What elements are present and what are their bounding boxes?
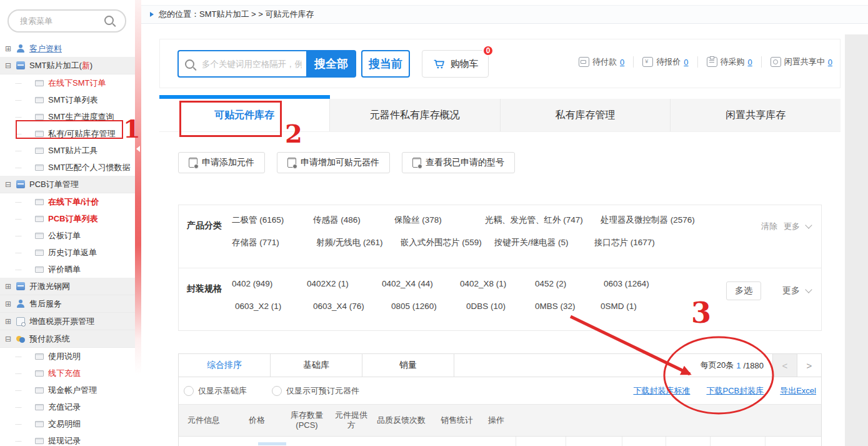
sidebar-item[interactable]: 线下充值 [0,365,135,382]
sidebar-item[interactable]: 交易明细 [0,415,135,432]
download-link[interactable]: 下载PCB封装库 [706,385,764,397]
category-option[interactable]: 处理器及微控制器 (2576) [601,215,695,226]
category-option[interactable]: 接口芯片 (1677) [594,237,655,248]
sidebar-item[interactable]: 充值记录 [0,398,135,415]
collapse-arrow-icon[interactable] [136,146,140,152]
category-option[interactable]: 按键开关/继电器 (5) [494,237,594,248]
search-all-button[interactable]: 搜全部 [306,50,356,78]
package-option[interactable]: 0MBS (32) [535,302,601,311]
sidebar-item[interactable]: SMT匹配个人习惯数据 [0,159,135,176]
sidebar-item[interactable]: PCB订单列表 [0,210,135,227]
sort-tab[interactable]: 综合排序 [179,354,271,377]
expander-icon[interactable]: ⊟ [5,180,15,189]
stat-item: 待报价 0 [633,56,688,68]
expander-icon[interactable]: ⊟ [5,61,15,70]
sidebar-item[interactable]: ⊞ 客户资料 [0,40,135,57]
apply-button[interactable]: 查看我已申请的型号 [402,152,515,173]
download-link[interactable]: 下载封装库标准 [633,385,690,397]
package-option[interactable]: 0402_X4 (44) [382,279,460,288]
sidebar-item[interactable]: 公板订单 [0,227,135,244]
radio-options: 仅显示基础库 仅显示可预订元器件 [184,385,384,397]
package-option[interactable]: 0402 (949) [232,279,307,288]
clear-filter-link[interactable]: 清除 [761,221,777,232]
category-option[interactable]: 嵌入式外围芯片 (559) [401,237,494,248]
sort-tab[interactable]: 销量 [362,354,454,377]
category-option[interactable]: 存储器 (771) [232,237,316,248]
multi-select-button[interactable]: 多选 [726,281,761,300]
sidebar-item[interactable]: 现金帐户管理 [0,382,135,398]
cart-button[interactable]: 购物车 0 [422,50,489,78]
sidebar-item[interactable]: 评价晒单 [0,261,135,278]
sort-tab[interactable]: 基础库 [271,354,362,377]
apply-button[interactable]: 申请添加元件 [178,152,265,173]
stat-count-link[interactable]: 0 [748,58,752,67]
tab[interactable]: 可贴元件库存 [159,99,330,131]
sidebar-item[interactable]: 在线下单/计价 [0,193,135,210]
more-categories-link[interactable]: 更多 [784,221,800,232]
sort-bar-spacer [454,354,701,377]
expander-icon[interactable]: ⊞ [5,317,15,326]
category-option[interactable]: 保险丝 (378) [394,215,485,226]
radio-option[interactable]: 仅显示基础库 [184,385,247,397]
sidebar-search[interactable] [7,9,126,33]
sidebar-item[interactable]: ⊟ 预付款系统 [0,330,135,348]
sidebar-item-label: 使用说明 [48,351,81,362]
package-option[interactable]: 0452 (2) [535,279,604,288]
radio-icon[interactable] [272,386,282,396]
sort-tabs: 综合排序 基础库 销量 [179,354,454,377]
sidebar-item[interactable]: ⊟ SMT贴片加工( 新) [0,57,135,74]
package-option[interactable]: 0402X2 (1) [307,279,382,288]
next-page-button[interactable]: > [797,354,821,377]
expander-icon[interactable]: ⊞ [5,44,15,53]
tab[interactable]: 闲置共享库存 [671,99,841,131]
sidebar-item[interactable]: ⊟ PCB订单管理 [0,176,135,193]
apply-button[interactable]: 申请增加可贴元器件 [277,152,390,173]
sidebar-item[interactable]: SMT生产进度查询 [0,108,135,125]
tab[interactable]: 元器件私有库存概况 [330,99,501,131]
sidebar-item[interactable]: 在线下SMT订单 [0,74,135,91]
expander-icon[interactable]: ⊞ [5,282,15,291]
sidebar-search-input[interactable] [19,16,96,26]
expander-icon[interactable]: ⊞ [5,300,15,308]
sidebar-item[interactable]: 历史订单返单 [0,244,135,261]
package-option[interactable]: 0603 (1264) [604,279,649,288]
sidebar-item[interactable]: 私有/可贴库存管理 [0,125,135,142]
expander-icon[interactable]: ⊟ [5,335,15,343]
sidebar-item-label: 增值税票开票管理 [29,316,94,327]
package-option[interactable]: 0DBS (10) [466,302,535,311]
sidebar-collapse-strip[interactable] [135,0,141,446]
package-option[interactable]: 0805 (1260) [391,302,466,311]
sidebar-item[interactable]: SMT订单列表 [0,91,135,108]
right-gutter [845,34,868,446]
stat-count-link[interactable]: 0 [684,58,688,67]
sidebar-item[interactable]: 提现记录 [0,432,135,446]
sidebar-item[interactable]: ⊞ 售后服务 [0,295,135,313]
prev-page-button[interactable]: < [772,354,797,377]
sidebar-item-label: 充值记录 [48,402,81,413]
stat-count-link[interactable]: 0 [620,58,624,67]
keyword-search-box[interactable] [177,50,306,78]
download-link[interactable]: 导出Excel [780,385,816,397]
package-option[interactable]: 0402_X8 (1) [460,279,535,288]
sidebar-item[interactable]: ⊞ 开激光钢网 [0,278,135,295]
keyword-input[interactable] [201,59,303,69]
sidebar-item-label: PCB订单列表 [48,213,97,225]
sidebar-item[interactable]: SMT贴片工具 [0,142,135,159]
tab[interactable]: 私有库存管理 [501,99,671,131]
radio-option[interactable]: 仅显示可预订元器件 [272,385,359,397]
sidebar-item[interactable]: ⊞ 增值税票开票管理 [0,313,135,330]
search-current-button[interactable]: 搜当前 [361,50,410,78]
radio-icon[interactable] [184,386,194,396]
category-option[interactable]: 传感器 (486) [313,215,394,226]
package-option[interactable]: 0603_X4 (76) [313,302,391,311]
more-packages-link[interactable]: 更多 [782,285,800,296]
package-option[interactable]: 0SMD (1) [601,302,637,311]
package-option[interactable]: 0603_X2 (1) [235,302,313,311]
category-option[interactable]: 二极管 (6165) [232,215,313,226]
sidebar-item[interactable]: 使用说明 [0,348,135,365]
stat-count-link[interactable]: 0 [828,58,832,67]
category-option[interactable]: 射频/无线电 (261) [316,237,401,248]
category-option[interactable]: 光耦、发光管、红外 (747) [485,215,601,226]
sidebar-item-icon [35,97,44,103]
stat-icon [707,57,717,67]
